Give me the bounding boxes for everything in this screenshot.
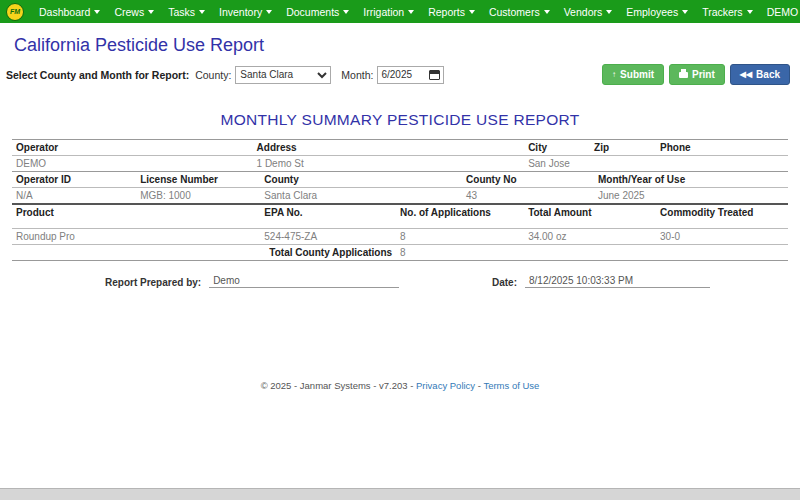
nav-item-trackers[interactable]: Trackers	[695, 0, 759, 23]
nav-menu-right: DEMO Support Log off	[760, 0, 800, 23]
nav-item-demo-account[interactable]: DEMO	[760, 0, 800, 23]
prepared-by-label: Report Prepared by:	[105, 277, 201, 288]
month-input[interactable]	[381, 69, 429, 80]
nav-item-irrigation[interactable]: Irrigation	[356, 0, 421, 23]
footer-separator: -	[478, 380, 481, 391]
table-spacer-row	[12, 220, 788, 228]
chevron-down-icon	[682, 10, 688, 14]
terms-of-use-link[interactable]: Terms of Use	[483, 380, 539, 391]
printer-icon	[679, 72, 688, 78]
brand-logo[interactable]: FM	[6, 3, 24, 21]
nav-item-reports[interactable]: Reports	[421, 0, 482, 23]
chevron-down-icon	[343, 10, 349, 14]
table-row-operator: DEMO 1 Demo St San Jose	[12, 155, 788, 171]
chevron-down-icon	[747, 10, 753, 14]
report-table: Operator Address City Zip Phone DEMO 1 D…	[12, 139, 788, 261]
action-buttons: ↑ Submit Print ◀◀ Back	[602, 64, 790, 85]
chevron-down-icon	[469, 10, 475, 14]
table-header-row-operator: Operator Address City Zip Phone	[12, 139, 788, 155]
double-back-arrow-icon: ◀◀	[740, 71, 752, 79]
table-header-row-license: Operator ID License Number County County…	[12, 171, 788, 187]
submit-button[interactable]: ↑ Submit	[602, 64, 664, 85]
page-footer: © 2025 - Janmar Systems - v7.203 - Priva…	[0, 380, 800, 391]
nav-item-crews[interactable]: Crews	[107, 0, 161, 23]
chevron-down-icon	[94, 10, 100, 14]
table-header-row-product: Product EPA No. No. of Applications Tota…	[12, 203, 788, 220]
horizontal-scrollbar[interactable]	[0, 488, 800, 500]
print-button[interactable]: Print	[669, 64, 725, 85]
county-label: County:	[195, 69, 231, 81]
nav-item-employees[interactable]: Employees	[619, 0, 695, 23]
filter-bar: Select County and Month for Report: Coun…	[0, 64, 800, 85]
nav-item-customers[interactable]: Customers	[482, 0, 557, 23]
nav-item-dashboard[interactable]: Dashboard	[32, 0, 107, 23]
date-label: Date:	[492, 277, 517, 288]
nav-item-vendors[interactable]: Vendors	[557, 0, 620, 23]
nav-menu-left: Dashboard Crews Tasks Inventory Document…	[32, 0, 760, 23]
back-button[interactable]: ◀◀ Back	[730, 64, 790, 85]
date-value: 8/12/2025 10:03:33 PM	[525, 275, 710, 288]
nav-item-documents[interactable]: Documents	[279, 0, 356, 23]
report-heading: MONTHLY SUMMARY PESTICIDE USE REPORT	[0, 111, 800, 129]
upload-arrow-icon: ↑	[612, 71, 616, 79]
nav-item-tasks[interactable]: Tasks	[161, 0, 212, 23]
copyright-text: © 2025 - Janmar Systems - v7.203 -	[261, 380, 414, 391]
month-field-wrapper	[377, 66, 444, 84]
date-group: Date: 8/12/2025 10:03:33 PM	[492, 275, 710, 288]
nav-item-inventory[interactable]: Inventory	[212, 0, 279, 23]
table-row-product: Roundup Pro 524-475-ZA 8 34.00 oz 30-0	[12, 228, 788, 244]
page-title: California Pesticide Use Report	[14, 35, 800, 56]
privacy-policy-link[interactable]: Privacy Policy	[416, 380, 475, 391]
chevron-down-icon	[199, 10, 205, 14]
table-row-license: N/A MGB: 1000 Santa Clara 43 June 2025	[12, 187, 788, 203]
signature-row: Report Prepared by: Demo Date: 8/12/2025…	[105, 275, 710, 288]
total-applications-value: 8	[396, 246, 524, 259]
calendar-icon[interactable]	[429, 70, 440, 80]
table-row-total: Total County Applications 8	[12, 244, 788, 261]
total-applications-label: Total County Applications	[260, 246, 396, 259]
county-select[interactable]: Santa Clara	[235, 66, 331, 84]
chevron-down-icon	[408, 10, 414, 14]
chevron-down-icon	[148, 10, 154, 14]
month-label: Month:	[341, 69, 373, 81]
chevron-down-icon	[606, 10, 612, 14]
chevron-down-icon	[266, 10, 272, 14]
chevron-down-icon	[544, 10, 550, 14]
top-navbar: FM Dashboard Crews Tasks Inventory Docum…	[0, 0, 800, 23]
filter-label: Select County and Month for Report:	[6, 69, 189, 81]
prepared-by-value: Demo	[209, 275, 399, 288]
